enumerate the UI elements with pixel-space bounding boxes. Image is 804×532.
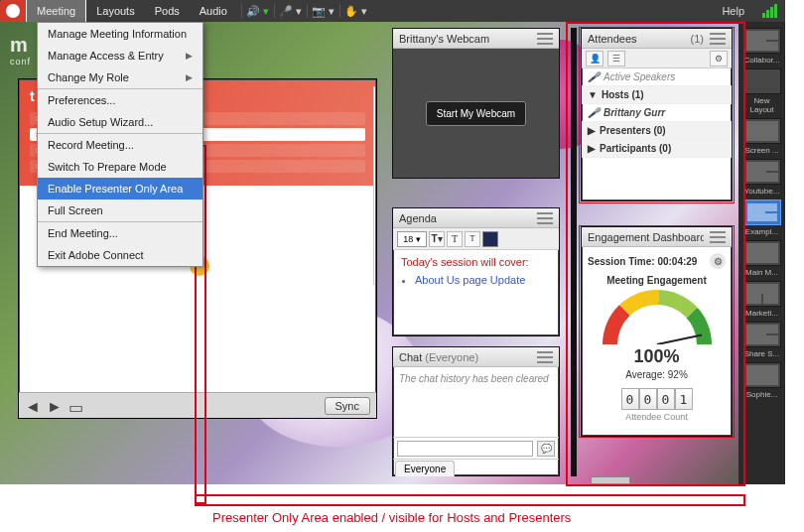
webcam-title: Brittany's Webcam	[399, 33, 531, 45]
dd-end-meeting[interactable]: End Meeting...	[38, 222, 202, 244]
engagement-percent: 100%	[588, 346, 726, 367]
host-user-row[interactable]: 🎤Brittany Gurr	[582, 104, 732, 122]
dd-exit[interactable]: Exit Adobe Connect	[38, 244, 202, 266]
attendee-status-icon[interactable]: ☰	[607, 51, 625, 66]
layout-thumb[interactable]: Youtube...	[742, 159, 782, 196]
menu-pods[interactable]: Pods	[145, 0, 190, 22]
dd-presenter-only-area[interactable]: Enable Presenter Only Area	[38, 178, 202, 200]
agenda-body[interactable]: Today's session will cover: About Us pag…	[393, 250, 559, 292]
attendee-count-label: Attendee Count	[588, 412, 726, 422]
layout-thumb[interactable]: Share S...	[742, 322, 782, 358]
layout-thumb[interactable]: Screen ...	[742, 118, 782, 155]
session-time-label: Session Time:	[588, 256, 655, 267]
font-size-select[interactable]: 18 ▾	[397, 231, 427, 247]
dd-preferences[interactable]: Preferences...	[38, 89, 202, 111]
layout-thumb[interactable]: New Layout	[742, 68, 782, 114]
attendee-counter: 0001	[588, 388, 726, 410]
microphone-icon[interactable]: 🎤 ▾	[279, 0, 303, 22]
dd-full-screen[interactable]: Full Screen	[38, 200, 202, 221]
layout-thumb[interactable]: Sophie...	[742, 362, 782, 399]
font-family-icon[interactable]: T▾	[429, 231, 445, 247]
pod-menu-icon[interactable]	[710, 33, 726, 45]
presenter-area-divider[interactable]	[571, 28, 577, 476]
attendee-options-icon[interactable]: ⚙	[710, 51, 728, 66]
presenter-area-scrollbar[interactable]	[591, 476, 630, 484]
annotation-text: Presenter Only Area enabled / visible fo…	[212, 510, 571, 525]
engagement-gauge	[603, 290, 712, 344]
layout-thumb-selected[interactable]: Exampl...	[742, 200, 782, 236]
webcam-pod: Brittany's Webcam Start My Webcam	[392, 28, 560, 179]
agenda-title: Agenda	[399, 212, 531, 224]
chat-history: The chat history has been cleared	[393, 367, 559, 437]
webcam-icon[interactable]: 📷 ▾	[312, 0, 335, 22]
attendees-count: (1)	[691, 33, 704, 45]
agenda-heading: Today's session will cover:	[401, 256, 551, 268]
chat-pod: Chat (Everyone) The chat history has bee…	[392, 346, 560, 476]
dd-manage-meeting-info[interactable]: Manage Meeting Information	[38, 23, 202, 45]
small-text-icon[interactable]: T	[465, 231, 480, 247]
layouts-sidebar: Collabor... New Layout Screen ... Youtub…	[738, 22, 785, 484]
chat-input[interactable]	[397, 441, 533, 457]
sync-button[interactable]: Sync	[325, 397, 370, 415]
menu-help[interactable]: Help	[712, 5, 754, 17]
presenters-section[interactable]: ▶Presenters (0)	[582, 122, 732, 140]
hosts-section[interactable]: ▼Hosts (1)	[582, 86, 732, 104]
next-slide-icon[interactable]: ►	[47, 398, 63, 414]
share-toolbar: ◄ ► ▭ Sync	[19, 392, 376, 418]
gear-icon[interactable]: ⚙	[710, 253, 726, 269]
menu-meeting[interactable]: Meeting	[26, 0, 86, 22]
engagement-pod: Engagement Dashboard Session Time: 00:04…	[581, 226, 733, 437]
dd-manage-access[interactable]: Manage Access & Entry▶	[38, 45, 202, 66]
slide-grid: MeetingOne is specifically built to addr…	[373, 86, 375, 285]
active-speakers-row[interactable]: 🎤Active Speakers	[582, 68, 732, 86]
menu-audio[interactable]: Audio	[190, 0, 237, 22]
chat-tab-everyone[interactable]: Everyone	[395, 461, 455, 476]
pod-menu-icon[interactable]	[710, 231, 726, 243]
prev-slide-icon[interactable]: ◄	[25, 398, 41, 414]
engagement-heading: Meeting Engagement	[588, 275, 726, 286]
layout-thumb[interactable]: Marketi...	[742, 281, 782, 318]
stop-share-icon[interactable]: ▭	[68, 398, 84, 414]
chevron-right-icon: ▶	[186, 72, 193, 82]
agenda-pod: Agenda 18 ▾ T▾ T T Today's session will …	[392, 207, 560, 336]
dd-change-role[interactable]: Change My Role▶	[38, 66, 202, 88]
connection-signal-icon[interactable]	[762, 4, 777, 18]
app-logo[interactable]	[0, 0, 26, 22]
text-color-icon[interactable]	[482, 231, 498, 247]
agenda-bullet: About Us page Update	[415, 274, 551, 286]
layout-thumb[interactable]: Main M...	[742, 240, 782, 277]
menu-layouts[interactable]: Layouts	[86, 0, 145, 22]
raise-hand-icon[interactable]: ✋ ▾	[344, 0, 368, 22]
chat-send-icon[interactable]: 💬	[537, 441, 555, 457]
pod-menu-icon[interactable]	[537, 33, 553, 45]
participants-section[interactable]: ▶Participants (0)	[582, 140, 732, 158]
meeting-dropdown: Manage Meeting Information Manage Access…	[37, 22, 203, 267]
pod-menu-icon[interactable]	[537, 212, 553, 224]
agenda-toolbar: 18 ▾ T▾ T T	[393, 228, 559, 250]
pod-menu-icon[interactable]	[537, 351, 553, 363]
session-time-value: 00:04:29	[657, 256, 697, 267]
speaker-icon[interactable]: 🔊 ▾	[246, 0, 270, 22]
chat-title: Chat	[399, 351, 422, 363]
chevron-right-icon: ▶	[186, 51, 193, 61]
normal-text-icon[interactable]: T	[447, 231, 463, 247]
start-webcam-button[interactable]: Start My Webcam	[426, 101, 526, 126]
app-stage: Meeting Layouts Pods Audio 🔊 ▾ 🎤 ▾ 📷 ▾ ✋…	[0, 0, 785, 484]
attendees-title: Attendees	[588, 33, 685, 45]
dd-record-meeting[interactable]: Record Meeting...	[38, 134, 202, 156]
annotation-line	[195, 494, 745, 506]
attendee-view-icon[interactable]: 👤	[586, 51, 603, 66]
attendees-pod: Attendees(1) 👤 ☰ ⚙ 🎤Active Speakers ▼Hos…	[581, 28, 733, 201]
dd-audio-setup[interactable]: Audio Setup Wizard...	[38, 111, 202, 133]
engagement-title: Engagement Dashboard	[588, 231, 704, 243]
dd-prepare-mode[interactable]: Switch To Prepare Mode	[38, 156, 202, 178]
brand-watermark: mconf	[10, 34, 31, 66]
layout-thumb[interactable]: Collabor...	[742, 28, 782, 65]
menubar: Meeting Layouts Pods Audio 🔊 ▾ 🎤 ▾ 📷 ▾ ✋…	[0, 0, 785, 22]
mic-active-icon: 🎤	[588, 107, 600, 118]
engagement-average: Average: 92%	[588, 369, 726, 380]
chat-scope: (Everyone)	[425, 351, 478, 363]
